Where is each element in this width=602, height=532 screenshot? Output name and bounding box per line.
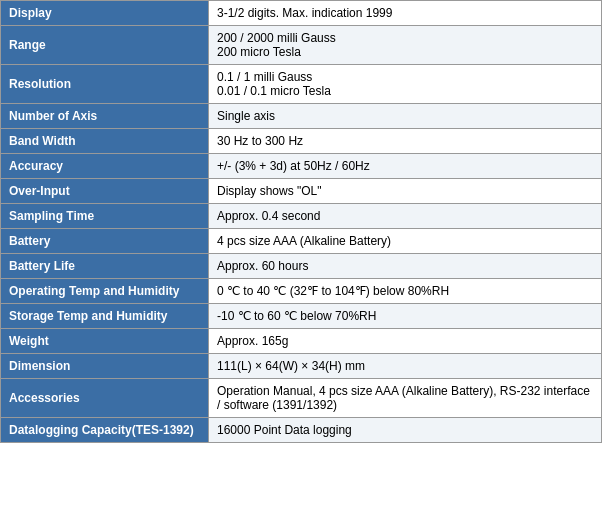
table-row: Display3-1/2 digits. Max. indication 199… (1, 1, 602, 26)
row-value: 3-1/2 digits. Max. indication 1999 (209, 1, 602, 26)
row-value: Approx. 165g (209, 329, 602, 354)
table-row: Operating Temp and Humidity0 ℃ to 40 ℃ (… (1, 279, 602, 304)
table-row: Sampling TimeApprox. 0.4 second (1, 204, 602, 229)
row-value: +/- (3% + 3d) at 50Hz / 60Hz (209, 154, 602, 179)
row-value: 30 Hz to 300 Hz (209, 129, 602, 154)
row-value: 16000 Point Data logging (209, 418, 602, 443)
table-row: Datalogging Capacity(TES-1392)16000 Poin… (1, 418, 602, 443)
row-label: Display (1, 1, 209, 26)
row-label: Operating Temp and Humidity (1, 279, 209, 304)
row-value: 4 pcs size AAA (Alkaline Battery) (209, 229, 602, 254)
row-value: 111(L) × 64(W) × 34(H) mm (209, 354, 602, 379)
row-value: Approx. 60 hours (209, 254, 602, 279)
table-row: Battery4 pcs size AAA (Alkaline Battery) (1, 229, 602, 254)
table-row: Range200 / 2000 milli Gauss200 micro Tes… (1, 26, 602, 65)
row-value: Approx. 0.4 second (209, 204, 602, 229)
row-label: Datalogging Capacity(TES-1392) (1, 418, 209, 443)
row-label: Over-Input (1, 179, 209, 204)
table-row: WeightApprox. 165g (1, 329, 602, 354)
row-label: Range (1, 26, 209, 65)
table-row: Dimension111(L) × 64(W) × 34(H) mm (1, 354, 602, 379)
row-label: Weight (1, 329, 209, 354)
row-value: Display shows "OL" (209, 179, 602, 204)
row-label: Resolution (1, 65, 209, 104)
row-label: Battery Life (1, 254, 209, 279)
row-value: Operation Manual, 4 pcs size AAA (Alkali… (209, 379, 602, 418)
row-label: Storage Temp and Humidity (1, 304, 209, 329)
table-row: Resolution0.1 / 1 milli Gauss0.01 / 0.1 … (1, 65, 602, 104)
row-label: Sampling Time (1, 204, 209, 229)
table-row: Band Width30 Hz to 300 Hz (1, 129, 602, 154)
table-row: Storage Temp and Humidity-10 ℃ to 60 ℃ b… (1, 304, 602, 329)
table-row: Over-InputDisplay shows "OL" (1, 179, 602, 204)
row-label: Accessories (1, 379, 209, 418)
row-label: Dimension (1, 354, 209, 379)
row-value: 200 / 2000 milli Gauss200 micro Tesla (209, 26, 602, 65)
row-label: Number of Axis (1, 104, 209, 129)
row-value: Single axis (209, 104, 602, 129)
row-label: Band Width (1, 129, 209, 154)
table-row: Battery LifeApprox. 60 hours (1, 254, 602, 279)
spec-table: Display3-1/2 digits. Max. indication 199… (0, 0, 602, 443)
row-label: Battery (1, 229, 209, 254)
row-value: 0 ℃ to 40 ℃ (32℉ to 104℉) below 80%RH (209, 279, 602, 304)
row-value: -10 ℃ to 60 ℃ below 70%RH (209, 304, 602, 329)
table-row: Number of AxisSingle axis (1, 104, 602, 129)
table-row: Accuracy+/- (3% + 3d) at 50Hz / 60Hz (1, 154, 602, 179)
row-value: 0.1 / 1 milli Gauss0.01 / 0.1 micro Tesl… (209, 65, 602, 104)
table-row: AccessoriesOperation Manual, 4 pcs size … (1, 379, 602, 418)
row-label: Accuracy (1, 154, 209, 179)
